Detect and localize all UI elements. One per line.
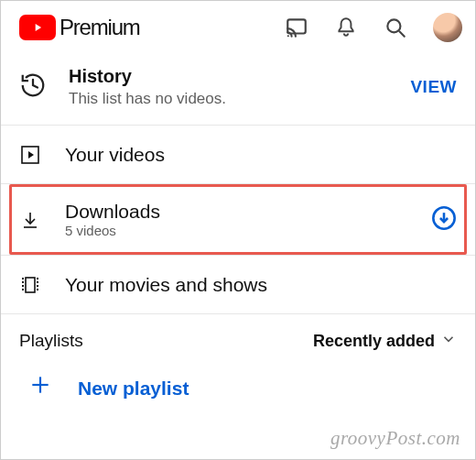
view-button[interactable]: VIEW: [410, 77, 457, 97]
svg-rect-17: [26, 278, 35, 292]
playlists-header: Playlists Recently added: [1, 314, 475, 362]
history-icon: [19, 71, 47, 103]
svg-rect-15: [37, 285, 38, 287]
svg-rect-11: [22, 285, 24, 287]
youtube-logo[interactable]: Premium: [19, 15, 140, 40]
svg-rect-12: [22, 289, 24, 290]
svg-rect-0: [287, 19, 306, 33]
downloads-row[interactable]: Downloads 5 videos: [1, 184, 475, 256]
downloads-count: 5 videos: [65, 223, 160, 238]
history-subtitle: This list has no videos.: [69, 89, 226, 108]
playlists-sort-button[interactable]: Recently added: [313, 332, 435, 351]
playlists-label: Playlists: [19, 331, 83, 351]
plus-icon: [28, 373, 65, 403]
app-header: Premium: [1, 1, 475, 54]
download-status-icon: [431, 205, 457, 235]
history-section[interactable]: History This list has no videos. VIEW: [1, 54, 475, 126]
film-icon: [19, 274, 56, 296]
downloads-label: Downloads: [65, 201, 160, 223]
notifications-icon[interactable]: [334, 16, 358, 39]
new-playlist-label: New playlist: [78, 378, 189, 400]
history-title: History: [69, 65, 226, 87]
watermark: groovyPost.com: [330, 427, 460, 450]
your-videos-label: Your videos: [65, 144, 165, 166]
svg-point-1: [287, 35, 289, 37]
avatar[interactable]: [433, 13, 462, 42]
svg-rect-9: [22, 278, 24, 279]
movies-row[interactable]: Your movies and shows: [1, 256, 475, 314]
svg-rect-14: [37, 281, 38, 283]
youtube-play-icon: [19, 15, 56, 40]
svg-rect-13: [37, 278, 38, 279]
svg-point-2: [387, 19, 400, 32]
chevron-down-icon[interactable]: [440, 331, 457, 351]
download-icon: [19, 209, 56, 231]
new-playlist-row[interactable]: New playlist: [1, 362, 475, 422]
movies-label: Your movies and shows: [65, 274, 267, 296]
play-outline-icon: [19, 144, 56, 166]
header-actions: [285, 13, 462, 42]
svg-rect-16: [37, 289, 38, 290]
svg-rect-10: [22, 281, 24, 283]
svg-line-3: [399, 31, 404, 36]
your-videos-row[interactable]: Your videos: [1, 126, 475, 184]
brand-text: Premium: [60, 15, 140, 40]
cast-icon[interactable]: [285, 16, 308, 39]
search-icon[interactable]: [384, 16, 407, 39]
